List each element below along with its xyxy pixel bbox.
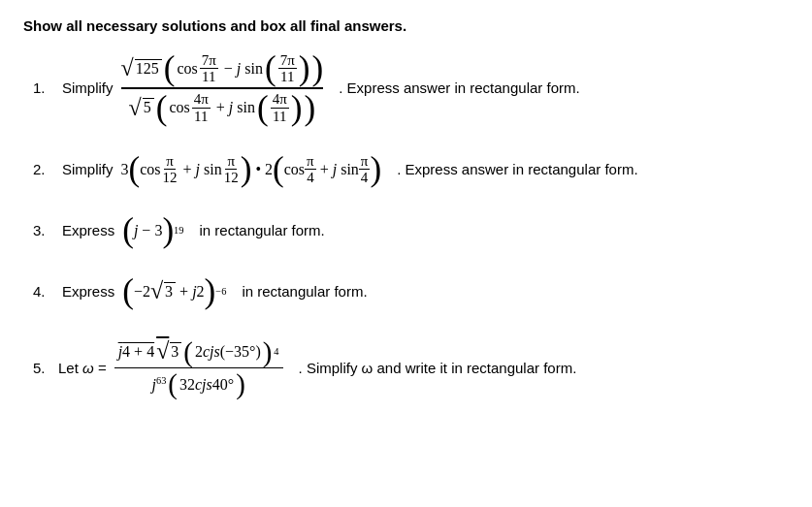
problem-5-math: j4 + 4 √ 3 ( 2cjs(−35°) ) 4 j63 ( 32cjs4… (114, 336, 283, 401)
problem-5-label: Let ω = (58, 360, 107, 376)
problem-3-suffix: in rectangular form. (200, 222, 325, 238)
problem-4-label: Express (62, 283, 114, 300)
problem-1-math: √ 125 ( cos 7π11 − j sin ( 7π11 ) ) √ 5 … (121, 51, 324, 125)
problem-1-label: Simplify (62, 79, 114, 96)
problem-2-label: Simplify (62, 161, 114, 177)
problem-1: 1. Simplify √ 125 ( cos 7π11 − j sin ( 7… (33, 51, 789, 125)
problem-2-number: 2. (33, 161, 54, 177)
problem-1-suffix: . Express answer in rectangular form. (339, 79, 579, 96)
problem-1-number: 1. (33, 79, 54, 96)
problem-4-number: 4. (33, 283, 54, 300)
problem-4: 4. Express ( −2 √ 3 + j2 ) −6 in rectang… (33, 274, 789, 308)
problem-5-number: 5. (33, 360, 54, 376)
problem-4-suffix: in rectangular form. (242, 283, 367, 300)
problem-5-suffix: . Simplify ω and write it in rectangular… (299, 360, 577, 376)
problem-2-suffix: . Express answer in rectangular form. (397, 161, 637, 177)
problem-5: 5. Let ω = j4 + 4 √ 3 ( 2cjs(−35°) ) 4 j… (33, 336, 789, 401)
problem-4-math: ( −2 √ 3 + j2 ) −6 (122, 274, 226, 308)
problem-2: 2. Simplify 3 ( cos π12 + j sin π12 ) • … (33, 152, 789, 186)
header: Show all necessary solutions and box all… (23, 17, 789, 34)
problem-3-number: 3. (33, 222, 54, 238)
problem-3-math: ( j − 3 ) 19 (122, 213, 183, 247)
problem-2-math: 3 ( cos π12 + j sin π12 ) • 2 ( cos π4 +… (121, 152, 382, 186)
problem-3: 3. Express ( j − 3 ) 19 in rectangular f… (33, 213, 789, 247)
problem-3-label: Express (62, 222, 114, 238)
